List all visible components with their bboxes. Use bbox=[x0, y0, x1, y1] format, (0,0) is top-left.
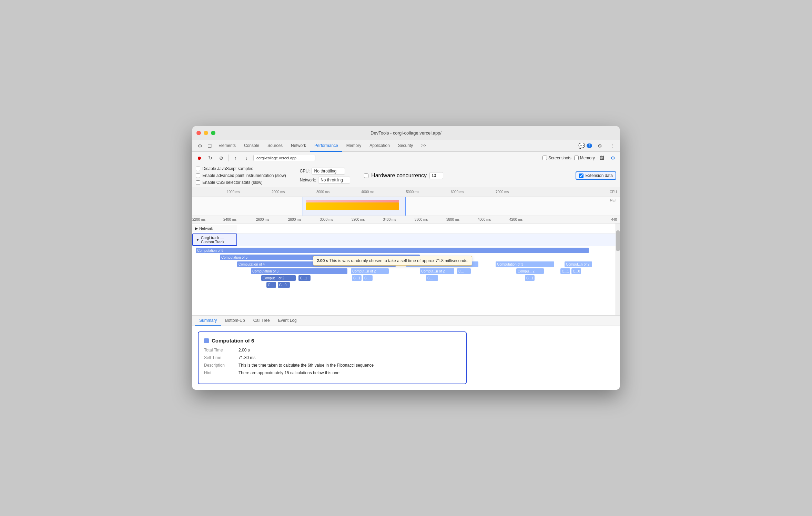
flame-comp2-right2[interactable]: Compu... 2 bbox=[516, 268, 544, 274]
clear-button[interactable]: ⊘ bbox=[217, 154, 225, 162]
dr-4000: 4000 ms bbox=[478, 218, 491, 221]
cpu-network-options: CPU: No throttling 4x slowdown 6x slowdo… bbox=[300, 168, 350, 183]
extension-data-box[interactable]: Extension data bbox=[576, 171, 616, 180]
tab-security[interactable]: Security bbox=[394, 140, 417, 152]
tab-sources[interactable]: Sources bbox=[263, 140, 287, 152]
tab-call-tree[interactable]: Call Tree bbox=[249, 316, 274, 326]
summary-color-icon bbox=[204, 338, 209, 343]
screenshot-icon[interactable]: 🖼 bbox=[598, 154, 606, 162]
tab-application[interactable]: Application bbox=[365, 140, 394, 152]
cpu-select[interactable]: No throttling 4x slowdown 6x slowdown bbox=[312, 168, 345, 175]
ruler-4000: 4000 ms bbox=[361, 190, 374, 194]
dr-4200: 4200 ms bbox=[509, 218, 522, 221]
tab-more[interactable]: >> bbox=[417, 140, 430, 152]
vertical-scrollbar[interactable] bbox=[616, 224, 620, 315]
network-track-label[interactable]: ▶ Network bbox=[192, 225, 237, 232]
tab-memory[interactable]: Memory bbox=[342, 140, 365, 152]
performance-toolbar: ⏺ ↻ ⊘ ↑ ↓ Screenshots Memory 🖼 ⚙ bbox=[192, 152, 620, 164]
flame-comp3-main[interactable]: Computation of 3 bbox=[251, 268, 347, 274]
flame-c-row5[interactable]: C... bbox=[266, 282, 276, 288]
custom-track-label[interactable]: ▼ Corgi track — Custom Track bbox=[192, 234, 237, 246]
timeline-overview[interactable]: NET bbox=[192, 197, 620, 216]
hw-concurrency-checkbox[interactable] bbox=[364, 173, 368, 178]
tab-network[interactable]: Network bbox=[287, 140, 310, 152]
overview-ruler: 1000 ms 2000 ms 3000 ms 4000 ms 5000 ms … bbox=[192, 187, 620, 197]
extension-data-label: Extension data bbox=[586, 173, 613, 178]
cpu-bar bbox=[306, 202, 399, 210]
hw-value-input[interactable] bbox=[429, 172, 443, 179]
screenshots-checkbox[interactable] bbox=[542, 156, 547, 160]
dr-3800: 3800 ms bbox=[446, 218, 459, 221]
enable-css-label: Enable CSS selector stats (slow) bbox=[202, 180, 263, 185]
flame-c-r4-4[interactable]: C... bbox=[426, 275, 438, 281]
url-input[interactable] bbox=[253, 155, 315, 161]
download-button[interactable]: ↓ bbox=[242, 154, 251, 162]
more-options-icon[interactable]: ⋮ bbox=[607, 141, 617, 151]
description-value: This is the time taken to calculate the … bbox=[238, 363, 374, 368]
maximize-button[interactable] bbox=[211, 131, 215, 135]
gear-icon[interactable]: ⚙ bbox=[609, 154, 617, 162]
flame-c-small[interactable]: C... bbox=[457, 268, 471, 274]
tooltip-text: This is was randomly chosen to take a se… bbox=[329, 258, 469, 263]
disable-js-row: Disable JavaScript samples bbox=[196, 166, 286, 171]
tab-performance[interactable]: Performance bbox=[310, 140, 342, 152]
enable-paint-checkbox[interactable] bbox=[196, 173, 200, 178]
memory-checkbox[interactable] bbox=[574, 156, 579, 160]
flame-c0-far[interactable]: C...0 bbox=[571, 268, 581, 274]
enable-css-checkbox[interactable] bbox=[196, 180, 200, 185]
flame-c1-row4[interactable]: C...1 bbox=[298, 275, 311, 281]
chat-icon-group[interactable]: 💬 2 bbox=[578, 142, 592, 149]
self-time-row: Self Time 71.80 ms bbox=[204, 355, 460, 360]
reload-button[interactable]: ↻ bbox=[206, 154, 214, 162]
network-select[interactable]: No throttling Fast 3G Slow 3G bbox=[318, 177, 350, 183]
record-button[interactable]: ⏺ bbox=[195, 154, 203, 162]
flame-c-r4-3[interactable]: C... bbox=[363, 275, 373, 281]
flame-c1-far[interactable]: C...1 bbox=[560, 268, 570, 274]
flame-comp2-mid[interactable]: Comput...n of 2 bbox=[351, 268, 389, 274]
scrollbar-thumb[interactable] bbox=[616, 230, 620, 251]
tab-event-log[interactable]: Event Log bbox=[274, 316, 301, 326]
title-bar: DevTools - corgi-collage.vercel.app/ bbox=[192, 126, 620, 140]
ruler-2000: 2000 ms bbox=[272, 190, 285, 194]
network-track-content bbox=[237, 224, 616, 233]
devtools-menu-icon[interactable]: ⚙ bbox=[195, 141, 205, 151]
flame-c1-r4-2[interactable]: C...1 bbox=[352, 275, 362, 281]
hw-concurrency-group: Hardware concurrency bbox=[364, 172, 443, 179]
network-label: Network: bbox=[300, 178, 316, 182]
bottom-tabs: Summary Bottom-Up Call Tree Event Log bbox=[192, 316, 620, 326]
tab-elements[interactable]: Elements bbox=[214, 140, 240, 152]
tooltip-time: 2.00 s bbox=[317, 258, 328, 263]
cpu-indicator: CPU bbox=[610, 190, 617, 194]
flame-c0-row5[interactable]: C...0 bbox=[278, 282, 290, 288]
custom-track-label-text: Corgi track — Custom Track bbox=[201, 236, 234, 244]
disable-js-checkbox[interactable] bbox=[196, 167, 200, 171]
screenshots-checkbox-group: Screenshots bbox=[542, 156, 571, 160]
total-time-label: Total Time bbox=[204, 348, 238, 353]
flame-comp2-right[interactable]: Comput...n of 2 bbox=[420, 268, 454, 274]
tab-summary[interactable]: Summary bbox=[195, 316, 221, 326]
ruler-7000: 7000 ms bbox=[496, 190, 509, 194]
tab-navigation: ⚙ ☐ Elements Console Sources Network Per… bbox=[192, 140, 620, 152]
hint-value: There are approximately 15 calculations … bbox=[238, 370, 339, 375]
close-button[interactable] bbox=[196, 131, 201, 135]
device-toggle-icon[interactable]: ☐ bbox=[205, 141, 214, 151]
dr-2200: 2200 ms bbox=[192, 218, 205, 221]
settings-icon[interactable]: ⚙ bbox=[595, 141, 605, 151]
flame-comp2-row4[interactable]: Comput... of 2 bbox=[261, 275, 296, 281]
bottom-panel: Summary Bottom-Up Call Tree Event Log Co… bbox=[192, 316, 620, 390]
net-label: NET bbox=[610, 198, 617, 202]
tab-console[interactable]: Console bbox=[240, 140, 263, 152]
flame-comp2-farright[interactable]: Comput...n of 2 bbox=[565, 261, 592, 267]
self-time-label: Self Time bbox=[204, 355, 238, 360]
minimize-button[interactable] bbox=[204, 131, 208, 135]
screenshots-label: Screenshots bbox=[548, 156, 571, 160]
extension-data-checkbox[interactable] bbox=[579, 173, 583, 178]
memory-checkbox-group: Memory bbox=[574, 156, 595, 160]
tab-bottom-up[interactable]: Bottom-Up bbox=[221, 316, 249, 326]
upload-button[interactable]: ↑ bbox=[231, 154, 240, 162]
flame-computation-6[interactable]: Computation of 6 bbox=[196, 248, 589, 253]
dr-2800: 2800 ms bbox=[288, 218, 301, 221]
flame-comp3-far[interactable]: Computation of 3 bbox=[496, 261, 554, 267]
left-options: Disable JavaScript samples Enable advanc… bbox=[196, 166, 286, 185]
flame-c1-r4-far[interactable]: C...1 bbox=[525, 275, 535, 281]
